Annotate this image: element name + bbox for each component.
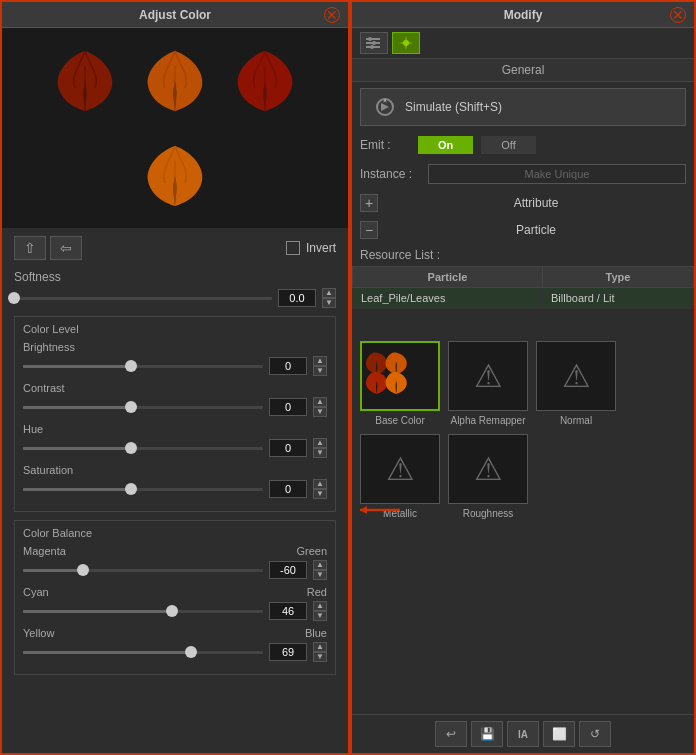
- emit-off-button[interactable]: Off: [481, 136, 535, 154]
- yellow-spin[interactable]: ▲ ▼: [313, 642, 327, 662]
- svg-point-5: [370, 45, 374, 49]
- blue-label: Blue: [305, 627, 327, 639]
- bottom-undo-button[interactable]: ↩: [435, 721, 467, 747]
- leaf-preview-area: [2, 28, 348, 228]
- simulate-text: Simulate (Shift+S): [405, 100, 502, 114]
- hue-input[interactable]: 0: [269, 439, 307, 457]
- contrast-slider[interactable]: [23, 399, 263, 415]
- invert-row: Invert: [286, 241, 336, 255]
- yellow-label: Yellow: [23, 627, 54, 639]
- left-close-button[interactable]: ✕: [324, 7, 340, 23]
- saturation-down[interactable]: ▼: [313, 489, 327, 499]
- leaf-svg-3: [230, 46, 300, 116]
- leaf-svg-2: [140, 46, 210, 116]
- hue-spin[interactable]: ▲ ▼: [313, 438, 327, 458]
- right-toolbar: [352, 28, 694, 59]
- brightness-spin[interactable]: ▲ ▼: [313, 356, 327, 376]
- cyan-slider[interactable]: [23, 603, 263, 619]
- magenta-up[interactable]: ▲: [313, 560, 327, 570]
- cyan-up[interactable]: ▲: [313, 601, 327, 611]
- make-unique-button[interactable]: Make Unique: [428, 164, 686, 184]
- contrast-spin[interactable]: ▲ ▼: [313, 397, 327, 417]
- magenta-down[interactable]: ▼: [313, 570, 327, 580]
- base-color-label: Base Color: [375, 415, 424, 426]
- cyan-spin[interactable]: ▲ ▼: [313, 601, 327, 621]
- leaf-svg-4: [140, 141, 210, 211]
- particle-label: Particle: [386, 223, 686, 237]
- hue-up[interactable]: ▲: [313, 438, 327, 448]
- leaf-svg-1: [50, 46, 120, 116]
- hue-slider[interactable]: [23, 440, 263, 456]
- cyan-row: Cyan Red 46 ▲ ▼: [23, 586, 327, 621]
- brightness-input[interactable]: 0: [269, 357, 307, 375]
- bottom-toolbar: ↩ 💾 IA ⬜ ↺: [352, 714, 694, 753]
- remove-particle-button[interactable]: −: [360, 221, 378, 239]
- yellow-input[interactable]: 69: [269, 643, 307, 661]
- bottom-layout-button[interactable]: ⬜: [543, 721, 575, 747]
- resource-table: Particle Type Leaf_Pile/Leaves Billboard…: [352, 266, 694, 309]
- roughness-warning-icon: ⚠: [474, 450, 503, 488]
- softness-spin[interactable]: ▲ ▼: [322, 288, 336, 308]
- yellow-up[interactable]: ▲: [313, 642, 327, 652]
- softness-up[interactable]: ▲: [322, 288, 336, 298]
- brightness-up[interactable]: ▲: [313, 356, 327, 366]
- bottom-refresh-button[interactable]: ↺: [579, 721, 611, 747]
- cyan-input[interactable]: 46: [269, 602, 307, 620]
- softness-slider[interactable]: [14, 290, 272, 306]
- metallic-thumb[interactable]: ⚠: [360, 434, 440, 504]
- flip-vertical-button[interactable]: ⇦: [50, 236, 82, 260]
- bottom-ia-button[interactable]: IA: [507, 721, 539, 747]
- softness-down[interactable]: ▼: [322, 298, 336, 308]
- normal-label: Normal: [560, 415, 592, 426]
- magenta-spin[interactable]: ▲ ▼: [313, 560, 327, 580]
- saturation-spin[interactable]: ▲ ▼: [313, 479, 327, 499]
- left-panel: Adjust Color ✕: [0, 0, 350, 755]
- toolbar-particle-icon[interactable]: [392, 32, 420, 54]
- saturation-row: Saturation 0 ▲ ▼: [23, 464, 327, 499]
- normal-thumb[interactable]: ⚠: [536, 341, 616, 411]
- toolbar-settings-icon[interactable]: [360, 32, 388, 54]
- brightness-slider[interactable]: [23, 358, 263, 374]
- leaf-preview-3: [225, 41, 305, 121]
- roughness-thumb[interactable]: ⚠: [448, 434, 528, 504]
- add-attribute-button[interactable]: +: [360, 194, 378, 212]
- resource-list-label: Resource List :: [352, 244, 694, 266]
- yellow-down[interactable]: ▼: [313, 652, 327, 662]
- thumbnail-alpha-remapper: ⚠ Alpha Remapper: [448, 341, 528, 426]
- hue-label: Hue: [23, 423, 327, 435]
- cyan-down[interactable]: ▼: [313, 611, 327, 621]
- resource-row[interactable]: Leaf_Pile/Leaves Billboard / Lit: [353, 288, 694, 309]
- right-close-button[interactable]: ✕: [670, 7, 686, 23]
- base-color-thumb[interactable]: [360, 341, 440, 411]
- bottom-save-button[interactable]: 💾: [471, 721, 503, 747]
- softness-input[interactable]: 0.0: [278, 289, 316, 307]
- metallic-label: Metallic: [383, 508, 417, 519]
- saturation-label: Saturation: [23, 464, 327, 476]
- brightness-down[interactable]: ▼: [313, 366, 327, 376]
- hue-down[interactable]: ▼: [313, 448, 327, 458]
- saturation-up[interactable]: ▲: [313, 479, 327, 489]
- alpha-remapper-thumb[interactable]: ⚠: [448, 341, 528, 411]
- icon-group: ⇧ ⇦: [14, 236, 82, 260]
- emit-on-button[interactable]: On: [418, 136, 473, 154]
- invert-checkbox[interactable]: [286, 241, 300, 255]
- saturation-input[interactable]: 0: [269, 480, 307, 498]
- resource-cell-type: Billboard / Lit: [542, 288, 693, 309]
- instance-row: Instance : Make Unique: [352, 160, 694, 188]
- softness-section: Softness 0.0 ▲ ▼: [14, 270, 336, 308]
- simulate-button[interactable]: Simulate (Shift+S): [360, 88, 686, 126]
- contrast-down[interactable]: ▼: [313, 407, 327, 417]
- magenta-slider[interactable]: [23, 562, 263, 578]
- magenta-input[interactable]: -60: [269, 561, 307, 579]
- flip-horizontal-button[interactable]: ⇧: [14, 236, 46, 260]
- instance-label: Instance :: [360, 167, 420, 181]
- right-panel-title: Modify: [376, 8, 670, 22]
- emit-row: Emit : On Off: [352, 132, 694, 158]
- resource-cell-particle: Leaf_Pile/Leaves: [353, 288, 543, 309]
- yellow-slider[interactable]: [23, 644, 263, 660]
- invert-label: Invert: [306, 241, 336, 255]
- contrast-input[interactable]: 0: [269, 398, 307, 416]
- contrast-up[interactable]: ▲: [313, 397, 327, 407]
- saturation-slider[interactable]: [23, 481, 263, 497]
- sliders-icon: [366, 36, 382, 50]
